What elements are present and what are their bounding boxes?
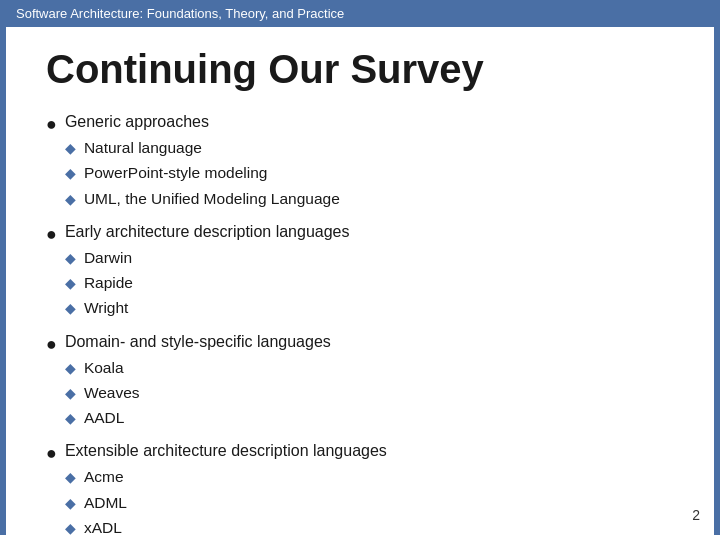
sub-text-early-2: Wright: [84, 296, 129, 319]
sub-text-domain-0: Koala: [84, 356, 124, 379]
sub-text-domain-1: Weaves: [84, 381, 140, 404]
section-content-generic: Generic approaches◆Natural language◆Powe…: [65, 110, 340, 212]
slide-container: Continuing Our Survey ●Generic approache…: [0, 27, 720, 535]
header-title: Software Architecture: Foundations, Theo…: [16, 6, 344, 21]
main-list-item-early: ●Early architecture description language…: [46, 220, 680, 322]
main-list-item-domain: ●Domain- and style-specific languages◆Ko…: [46, 330, 680, 432]
main-list-item-generic: ●Generic approaches◆Natural language◆Pow…: [46, 110, 680, 212]
sub-list-generic: ◆Natural language◆PowerPoint-style model…: [65, 136, 340, 210]
sub-item-generic-1: ◆PowerPoint-style modeling: [65, 161, 340, 184]
sub-text-generic-0: Natural language: [84, 136, 202, 159]
sub-item-extensible-1: ◆ADML: [65, 491, 387, 514]
section-label-generic: Generic approaches: [65, 113, 209, 130]
slide-border-right: [714, 27, 720, 535]
main-list: ●Generic approaches◆Natural language◆Pow…: [46, 110, 680, 540]
section-label-early: Early architecture description languages: [65, 223, 350, 240]
bullet-sub-early-1: ◆: [65, 273, 76, 294]
bullet-main-domain: ●: [46, 331, 57, 358]
header-bar: Software Architecture: Foundations, Theo…: [0, 0, 720, 27]
section-content-domain: Domain- and style-specific languages◆Koa…: [65, 330, 331, 432]
main-list-item-extensible: ●Extensible architecture description lan…: [46, 439, 680, 540]
sub-item-early-2: ◆Wright: [65, 296, 350, 319]
sub-item-extensible-0: ◆Acme: [65, 465, 387, 488]
sub-text-extensible-1: ADML: [84, 491, 127, 514]
sub-item-domain-0: ◆Koala: [65, 356, 331, 379]
bullet-main-generic: ●: [46, 111, 57, 138]
bullet-sub-domain-2: ◆: [65, 408, 76, 429]
sub-text-domain-2: AADL: [84, 406, 125, 429]
bullet-main-early: ●: [46, 221, 57, 248]
sub-text-early-0: Darwin: [84, 246, 132, 269]
sub-list-early: ◆Darwin◆Rapide◆Wright: [65, 246, 350, 320]
bullet-sub-extensible-2: ◆: [65, 518, 76, 539]
sub-item-early-1: ◆Rapide: [65, 271, 350, 294]
sub-list-domain: ◆Koala◆Weaves◆AADL: [65, 356, 331, 430]
bullet-sub-generic-2: ◆: [65, 189, 76, 210]
section-content-extensible: Extensible architecture description lang…: [65, 439, 387, 540]
section-content-early: Early architecture description languages…: [65, 220, 350, 322]
bullet-sub-early-2: ◆: [65, 298, 76, 319]
sub-item-generic-2: ◆UML, the Unified Modeling Language: [65, 187, 340, 210]
sub-list-extensible: ◆Acme◆ADML◆xADL: [65, 465, 387, 539]
sub-item-extensible-2: ◆xADL: [65, 516, 387, 539]
slide-title: Continuing Our Survey: [46, 47, 680, 92]
sub-item-generic-0: ◆Natural language: [65, 136, 340, 159]
sub-item-domain-2: ◆AADL: [65, 406, 331, 429]
section-label-domain: Domain- and style-specific languages: [65, 333, 331, 350]
bullet-main-extensible: ●: [46, 440, 57, 467]
sub-text-early-1: Rapide: [84, 271, 133, 294]
page-number: 2: [692, 507, 700, 523]
sub-text-generic-2: UML, the Unified Modeling Language: [84, 187, 340, 210]
sub-item-domain-1: ◆Weaves: [65, 381, 331, 404]
sub-text-generic-1: PowerPoint-style modeling: [84, 161, 268, 184]
section-label-extensible: Extensible architecture description lang…: [65, 442, 387, 459]
bullet-sub-generic-1: ◆: [65, 163, 76, 184]
bullet-sub-extensible-0: ◆: [65, 467, 76, 488]
bullet-sub-early-0: ◆: [65, 248, 76, 269]
sub-item-early-0: ◆Darwin: [65, 246, 350, 269]
bullet-sub-generic-0: ◆: [65, 138, 76, 159]
bullet-sub-domain-0: ◆: [65, 358, 76, 379]
bullet-sub-domain-1: ◆: [65, 383, 76, 404]
sub-text-extensible-2: xADL: [84, 516, 122, 539]
bullet-sub-extensible-1: ◆: [65, 493, 76, 514]
sub-text-extensible-0: Acme: [84, 465, 124, 488]
